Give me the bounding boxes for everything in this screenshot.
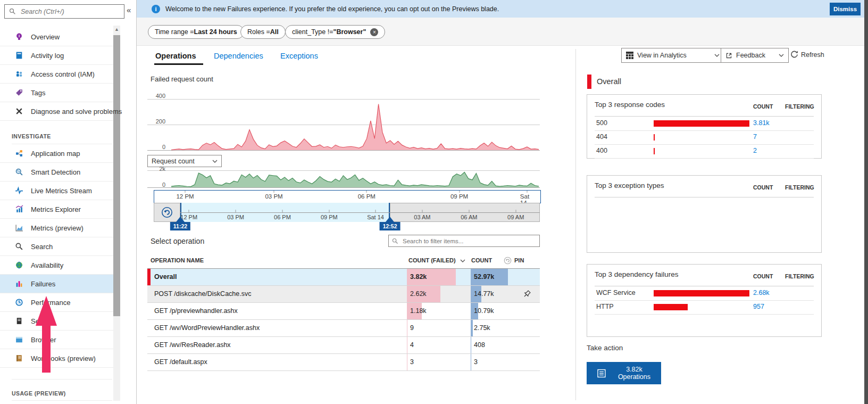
x-axis-baseline: [147, 187, 540, 188]
count-bar: [471, 320, 473, 336]
response-code-label: 404: [596, 133, 607, 141]
sidebar-item-tags[interactable]: Tags: [0, 84, 113, 102]
column-header-count[interactable]: COUNT: [471, 257, 492, 263]
sidebar-search[interactable]: [4, 4, 124, 19]
operations-action-button[interactable]: 3.82k Operations: [587, 362, 661, 384]
count-column-header: COUNT: [753, 273, 773, 279]
failed-count-value: 2.62k: [410, 286, 427, 302]
investigate-section-header: INVESTIGATE: [0, 133, 51, 139]
sidebar-item-label: Metrics (preview): [31, 224, 84, 232]
chart-x-axis: 12 PM 03 PM 06 PM 09 PM Sat 14: [154, 190, 541, 203]
brush-tick: [422, 210, 422, 212]
table-row[interactable]: GET /p/previewhandler.ashx 1.18k 10.79k: [147, 303, 540, 320]
count-link[interactable]: 3.81k: [753, 119, 770, 127]
x-axis-tick: [459, 191, 460, 193]
request-count-chart[interactable]: 2k 0: [147, 168, 540, 189]
sidebar-item-browser[interactable]: Browser: [0, 331, 113, 349]
count-link[interactable]: 2.68k: [753, 289, 770, 296]
sidebar-item-label: Workbooks (preview): [31, 354, 96, 362]
sidebar-item-activity-log[interactable]: Activity log: [0, 46, 113, 65]
table-row[interactable]: GET /wv/ResReader.ashx 4 408: [147, 337, 540, 354]
table-row-overall[interactable]: Overall 3.82k 52.97k: [147, 269, 540, 286]
operation-name: GET /wv/WordPreviewHandler.ashx: [154, 320, 260, 336]
failed-count-bar: [407, 320, 407, 336]
count-bar: [654, 134, 655, 141]
performance-icon: [15, 298, 23, 307]
sidebar-scrollbar[interactable]: ▲: [113, 26, 120, 401]
chevron-down-icon: [714, 54, 720, 57]
filter-pill-roles[interactable]: Roles = All: [240, 25, 286, 39]
count-link[interactable]: 7: [753, 133, 757, 141]
count-link[interactable]: 957: [753, 303, 764, 310]
sidebar-item-servers[interactable]: Servers: [0, 312, 113, 331]
sidebar-item-metrics-explorer[interactable]: Metrics Explorer: [0, 200, 113, 219]
tab-exceptions[interactable]: Exceptions: [280, 52, 318, 60]
dependency-failure-row: HTTP 957: [595, 300, 814, 315]
servers-icon: [15, 317, 23, 325]
sidebar-search-input[interactable]: [20, 7, 124, 16]
overview-icon: i: [15, 32, 23, 41]
operations-action-label: 3.82k Operations: [611, 366, 658, 381]
sidebar-item-workbooks[interactable]: Workbooks (preview): [0, 349, 113, 368]
sidebar-item-performance[interactable]: Performance: [0, 293, 113, 312]
view-in-analytics-dropdown[interactable]: View in Analytics: [621, 48, 724, 63]
table-row[interactable]: GET /default.aspx 3 3: [147, 354, 540, 371]
sidebar-item-diagnose[interactable]: Diagnose and solve problems: [0, 102, 113, 121]
external-link-icon: [725, 52, 732, 59]
column-header-count-failed[interactable]: COUNT (FAILED): [408, 257, 456, 263]
sidebar-item-label: Access control (IAM): [31, 70, 95, 78]
scroll-up-icon[interactable]: ▲: [113, 27, 120, 32]
diagnose-icon: [15, 107, 23, 116]
sidebar-item-label: Diagnose and solve problems: [31, 108, 122, 116]
operation-filter-input[interactable]: [402, 237, 539, 245]
filter-pill-client-type[interactable]: client_Type != "Browser" ×: [285, 25, 385, 39]
table-row[interactable]: GET /wv/WordPreviewHandler.ashx 9 2.75k: [147, 320, 540, 337]
refresh-button[interactable]: Refresh: [790, 51, 824, 59]
operations-table-header: OPERATION NAME COUNT (FAILED) COUNT PIN: [147, 252, 540, 269]
workbooks-icon: [15, 354, 23, 362]
sidebar-item-overview[interactable]: i Overview: [0, 28, 113, 46]
remove-filter-icon[interactable]: ×: [370, 28, 378, 36]
sidebar-item-label: Live Metrics Stream: [31, 187, 92, 195]
reset-pin-icon[interactable]: [504, 257, 512, 265]
tab-dependencies[interactable]: Dependencies: [214, 52, 263, 60]
failed-request-chart[interactable]: 400 200 0: [147, 95, 540, 154]
notification-banner: i Welcome to the new Failures experience…: [137, 0, 868, 18]
sort-chevron-icon[interactable]: [460, 259, 465, 262]
filtering-column-header: FILTERING: [785, 273, 814, 279]
dismiss-button[interactable]: Dismiss: [830, 3, 861, 15]
sidebar-scrollbar-thumb[interactable]: [113, 35, 120, 316]
y-tick-label: 200: [147, 118, 165, 125]
brush-tick: [189, 210, 189, 212]
sidebar-item-search[interactable]: Search: [0, 237, 113, 256]
brush-timeline[interactable]: 12 PM 03 PM 06 PM 09 PM Sat 14 03 AM 06 …: [180, 203, 540, 222]
page-scrollbar[interactable]: [864, 0, 868, 404]
brush-tick: [515, 210, 516, 212]
brush-start-handle[interactable]: [176, 217, 185, 222]
failed-count-value: 1.18k: [410, 303, 427, 319]
sidebar-item-smart-detection[interactable]: Smart Detection: [0, 163, 113, 182]
sidebar-item-live-metrics[interactable]: Live Metrics Stream: [0, 182, 113, 200]
pin-icon[interactable]: [522, 290, 531, 299]
brush-label: 06 AM: [461, 214, 477, 220]
card-top-exception-types: Top 3 exception types COUNT FILTERING: [587, 175, 822, 253]
sidebar-item-failures[interactable]: Failures: [0, 275, 113, 293]
table-row[interactable]: POST /diskcache/DiskCache.svc 2.62k 14.7…: [147, 286, 540, 303]
feedback-dropdown[interactable]: Feedback: [721, 48, 789, 63]
sidebar-item-application-map[interactable]: Application map: [0, 144, 113, 163]
refresh-label: Refresh: [801, 51, 824, 59]
overall-header: Overall: [597, 77, 621, 86]
sidebar-menu-investigate: Application map Smart Detection Live Met…: [0, 144, 113, 368]
count-link[interactable]: 2: [753, 147, 757, 154]
collapse-sidebar-button[interactable]: «: [127, 5, 131, 14]
operation-filter-search[interactable]: [388, 235, 540, 247]
x-axis-tick: [527, 191, 527, 193]
filter-pill-time-range[interactable]: Time range = Last 24 hours: [148, 25, 244, 39]
svg-text:i: i: [19, 34, 20, 38]
sidebar-item-access-control[interactable]: Access control (IAM): [0, 65, 113, 84]
sidebar-item-availability[interactable]: Availability: [0, 256, 113, 275]
overall-red-marker: [147, 269, 151, 285]
tab-operations[interactable]: Operations: [155, 52, 196, 60]
sidebar-item-metrics-preview[interactable]: Metrics (preview): [0, 219, 113, 237]
brush-end-handle[interactable]: [386, 217, 394, 222]
